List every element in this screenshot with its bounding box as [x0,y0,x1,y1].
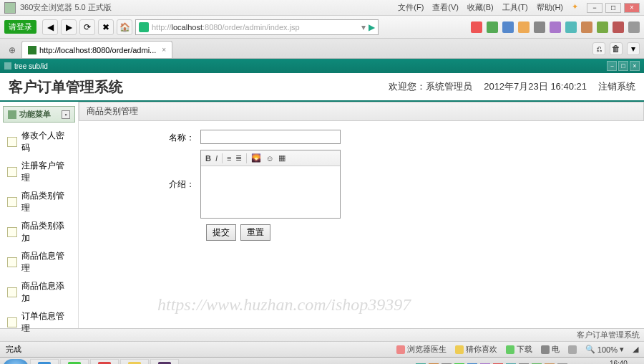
browser-title-bar: 360安全浏览器 5.0 正式版 文件(F) 查看(V) 收藏(B) 工具(T)… [0,0,644,16]
separator [222,153,223,163]
tool-icon-3[interactable] [502,21,514,33]
sidebar-item-label: 商品类别管理 [21,190,71,214]
tab-restore-icon[interactable]: ⎌ [592,42,605,55]
url-dropdown-icon[interactable]: ▾ [361,22,366,32]
eclipse-icon [158,362,171,365]
tool-icon-7[interactable] [565,21,577,33]
rich-editor: B I ≡ ≣ 🌄 ☺ ▦ [200,150,341,219]
app-bar-min[interactable]: － [607,61,617,71]
tab-menu-icon[interactable]: ▾ [627,42,640,55]
doc-icon [7,227,17,237]
tab-trash-icon[interactable]: 🗑 [610,42,623,55]
menu-help[interactable]: 帮助(H) [537,2,563,13]
tool-icon-5[interactable] [534,21,545,33]
tab-active[interactable]: http://localhost:8080/order/admi... × [21,41,172,58]
name-input[interactable] [200,130,341,144]
browser-icon [68,362,81,365]
table-icon[interactable]: ▦ [278,153,286,163]
nav-stop[interactable]: ✖ [98,19,114,35]
page-footer: 客户订单管理系统 [0,328,644,341]
system-tray: 16:40 2012-07-23 [416,360,641,365]
tool-icon-4[interactable] [518,21,530,33]
menu-view[interactable]: 查看(V) [432,2,459,13]
menu-file[interactable]: 文件(F) [398,2,424,13]
taskbar-app-ie[interactable] [30,359,59,365]
separator [246,153,247,163]
sidebar-item-password[interactable]: 修改个人密码 [3,127,75,157]
taskbar-clock[interactable]: 16:40 2012-07-23 [596,360,641,365]
window-minimize[interactable]: － [587,3,602,13]
menu-fav[interactable]: 收藏(B) [467,2,494,13]
toolbar-icons [471,21,640,33]
bold-button[interactable]: B [205,154,211,163]
editor-body[interactable] [201,166,340,218]
nav-back[interactable]: ◀ [42,19,58,35]
submit-button[interactable]: 提交 [206,224,236,241]
sidebar-item-label: 注册客户管理 [21,160,71,184]
status-zoom[interactable]: 🔍 100% ▾ [585,345,624,354]
sidebar-item-label: 商品类别添加 [21,220,71,244]
url-go-icon[interactable]: ▶ [369,22,375,32]
taskbar-app-eclipse[interactable] [150,359,179,365]
emoji-icon[interactable]: ☺ [265,154,273,163]
status-like[interactable]: 猜你喜欢 [455,344,497,355]
tool-icon-10[interactable] [613,21,624,33]
status-download[interactable]: 下载 [506,344,532,355]
taskbar-app-3[interactable] [90,359,119,365]
taskbar-app-explorer[interactable] [120,359,149,365]
menu-tools[interactable]: 工具(T) [502,2,528,13]
taskbar: ⊞ 16:40 2012-07-23 [0,357,644,364]
status-done: 完成 [6,344,21,355]
list-ordered-icon[interactable]: ≡ [227,154,231,163]
nav-reload[interactable]: ⟳ [79,19,95,35]
form-area: 名称： 介绍： B I ≡ ≣ 🌄 ☺ ▦ [79,121,644,249]
list-unordered-icon[interactable]: ≣ [235,153,242,163]
datetime-text: 2012年7月23日 16:40:21 [484,80,587,93]
sidebar-item-customer[interactable]: 注册客户管理 [3,157,75,187]
address-bar[interactable]: http://localhost:8080/order/admin/index.… [135,19,379,35]
reset-button[interactable]: 重置 [240,224,270,241]
tool-icon-8[interactable] [581,21,592,33]
app-icon [98,362,111,365]
menu-wand-icon[interactable]: ✦ [572,2,578,13]
doc-icon [7,197,17,207]
logout-link[interactable]: 注销系统 [598,80,635,93]
label-name: 名称： [93,130,200,144]
sidebar-collapse-icon[interactable]: ▫ [62,110,70,119]
label-desc: 介绍： [93,150,200,191]
sidebar-item-product-add[interactable]: 商品信息添加 [3,277,75,307]
login-tag[interactable]: 请登录 [4,20,36,34]
taskbar-app-360[interactable] [60,359,89,365]
nav-home[interactable]: 🏠 [117,19,132,35]
app-bar-close[interactable]: × [630,61,640,71]
sound-icon [568,345,577,354]
window-maximize[interactable]: □ [605,3,621,13]
sidebar-header: 功能菜单 ▫ [3,106,75,123]
browser-app-icon [4,2,16,14]
tool-icon-6[interactable] [550,21,561,33]
sidebar-item-category-mgmt[interactable]: 商品类别管理 [3,187,75,217]
browser-status-bar: 完成 浏览器医生 猜你喜欢 下载 电 🔍 100% ▾ ◢ [0,341,644,357]
image-icon[interactable]: 🌄 [251,153,261,163]
tool-icon-1[interactable] [471,21,482,33]
start-button[interactable]: ⊞ [3,359,29,365]
status-sound-icon[interactable] [568,345,577,354]
status-resize-icon[interactable]: ◢ [633,345,638,354]
doc-icon [7,317,17,327]
site-lock-icon [139,22,149,32]
status-doctor[interactable]: 浏览器医生 [396,344,447,355]
tool-icon-2[interactable] [487,21,498,33]
tool-icon-9[interactable] [597,21,608,33]
sidebar-item-category-add[interactable]: 商品类别添加 [3,217,75,247]
italic-button[interactable]: I [215,154,218,163]
nav-forward[interactable]: ▶ [61,19,77,35]
window-close[interactable]: × [624,3,640,13]
sidebar-item-order-mgmt[interactable]: 订单信息管理 [3,307,75,337]
tool-icon-11[interactable] [628,21,640,33]
editor-toolbar: B I ≡ ≣ 🌄 ☺ ▦ [201,150,340,166]
tab-close-icon[interactable]: × [162,46,166,54]
new-tab-button[interactable]: ⊕ [4,45,20,58]
app-bar-max[interactable]: □ [618,61,628,71]
sidebar-item-product-mgmt[interactable]: 商品信息管理 [3,247,75,277]
status-power[interactable]: 电 [541,344,560,355]
